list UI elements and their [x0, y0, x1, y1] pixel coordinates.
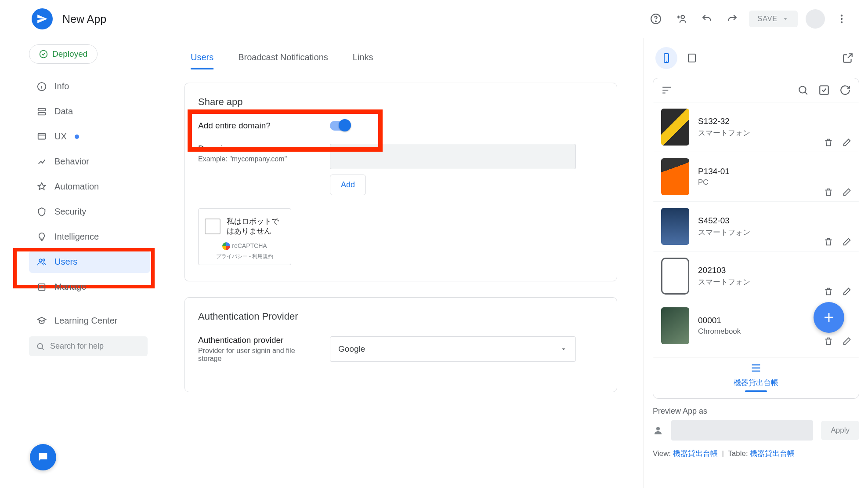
delete-icon[interactable]: [824, 187, 833, 197]
apply-button[interactable]: Apply: [821, 421, 859, 440]
refresh-icon[interactable]: [839, 84, 851, 96]
topbar-left: New App: [32, 8, 106, 29]
edit-icon[interactable]: [842, 237, 852, 247]
item-body: 202103スマートフォン: [698, 266, 750, 287]
search-help-input[interactable]: Search for help: [29, 336, 148, 356]
sidebar-item-security[interactable]: Security: [29, 200, 150, 223]
preview-header: [653, 47, 859, 69]
ux-icon: [37, 132, 47, 142]
item-code: S452-03: [698, 216, 750, 226]
item-type: スマートフォン: [698, 277, 750, 287]
domain-names-example: Example: "mycompany.com": [198, 155, 317, 163]
share-app-panel: Share app Add entire domain? Domain name…: [184, 83, 617, 281]
avatar[interactable]: [806, 9, 825, 29]
list-item[interactable]: S132-32スマートフォン: [653, 102, 859, 152]
sidebar-item-behavior[interactable]: Behavior: [29, 150, 150, 173]
sidebar-item-label: Security: [54, 207, 86, 217]
svg-rect-8: [38, 108, 46, 111]
add-user-icon[interactable]: [673, 10, 690, 28]
domain-input[interactable]: [330, 144, 576, 169]
svg-point-15: [37, 343, 43, 349]
delete-icon[interactable]: [824, 336, 833, 346]
auth-provider-select[interactable]: Google: [330, 336, 576, 362]
learning-icon: [37, 316, 47, 326]
recaptcha-terms: プライバシー - 利用規約: [205, 253, 285, 260]
open-external-icon[interactable]: [839, 49, 857, 67]
device-tablet-button[interactable]: [681, 47, 703, 69]
svg-rect-19: [820, 86, 828, 95]
item-body: 00001Chromebook: [698, 316, 741, 336]
preview-panel: S132-32スマートフォンP134-01PCS452-03スマートフォン202…: [644, 38, 868, 488]
delete-icon[interactable]: [824, 287, 833, 296]
list-item[interactable]: P134-01PC: [653, 152, 859, 201]
preview-as-label: Preview App as: [653, 407, 859, 416]
manage-icon: [37, 282, 47, 292]
item-thumbnail: [661, 158, 689, 195]
item-body: S452-03スマートフォン: [698, 216, 750, 237]
search-icon[interactable]: [797, 84, 809, 96]
svg-point-12: [43, 259, 45, 261]
auth-panel: Authentication Provider Authentication p…: [184, 297, 617, 392]
view-link[interactable]: 機器貸出台帳: [673, 449, 718, 458]
item-body: P134-01PC: [698, 167, 730, 187]
recaptcha-widget[interactable]: 私はロボットではありません reCAPTCHA プライバシー - 利用規約: [198, 208, 291, 265]
svg-point-1: [655, 21, 656, 22]
svg-point-14: [41, 286, 43, 288]
chevron-down-icon: [782, 15, 789, 22]
tab-broadcast[interactable]: Broadcast Notifications: [238, 47, 328, 69]
sidebar-item-learning[interactable]: Learning Center: [29, 310, 150, 332]
more-icon[interactable]: [833, 10, 850, 28]
edit-icon[interactable]: [842, 287, 852, 296]
add-fab[interactable]: [814, 302, 844, 333]
delete-icon[interactable]: [824, 138, 833, 147]
redo-icon[interactable]: [723, 10, 741, 28]
item-type: Chromebook: [698, 327, 741, 336]
lightbulb-icon: [37, 232, 47, 242]
edit-icon[interactable]: [842, 138, 852, 147]
tab-users[interactable]: Users: [191, 47, 213, 69]
svg-rect-13: [39, 284, 45, 290]
data-icon: [37, 107, 47, 117]
list-item[interactable]: 202103スマートフォン: [653, 251, 859, 301]
sort-icon[interactable]: [661, 84, 673, 96]
help-icon[interactable]: [647, 10, 665, 28]
device-phone-button[interactable]: [655, 47, 677, 69]
auth-label: Authentication provider Provider for use…: [198, 335, 317, 363]
tab-links[interactable]: Links: [353, 47, 373, 69]
add-domain-toggle[interactable]: [330, 121, 350, 131]
undo-icon[interactable]: [698, 10, 716, 28]
item-thumbnail: [661, 307, 689, 344]
sidebar-item-users[interactable]: Users: [29, 251, 150, 273]
svg-point-11: [39, 259, 42, 262]
bottom-tab-label[interactable]: 機器貸出台帳: [653, 378, 859, 388]
sidebar-item-ux[interactable]: UX: [29, 125, 150, 148]
edit-icon[interactable]: [842, 187, 852, 197]
app-name: New App: [62, 13, 106, 25]
sidebar-item-label: Data: [54, 106, 73, 117]
recaptcha-badge: reCAPTCHA: [205, 242, 285, 250]
panel-title: Authentication Provider: [198, 311, 604, 322]
chevron-down-icon: [560, 345, 568, 353]
chat-fab[interactable]: [30, 444, 56, 470]
sidebar-item-info[interactable]: Info: [29, 75, 150, 98]
item-thumbnail: [661, 208, 689, 245]
list-item[interactable]: S452-03スマートフォン: [653, 201, 859, 251]
save-button[interactable]: SAVE: [749, 11, 798, 27]
recaptcha-checkbox[interactable]: [205, 219, 221, 234]
edit-icon[interactable]: [842, 336, 852, 346]
topbar: New App SAVE: [0, 0, 868, 38]
deployed-status[interactable]: Deployed: [29, 44, 98, 64]
sidebar-item-manage[interactable]: Manage: [29, 276, 150, 298]
item-code: P134-01: [698, 167, 730, 176]
add-button[interactable]: Add: [330, 175, 366, 195]
item-thumbnail: [661, 109, 689, 146]
sidebar-item-data[interactable]: Data: [29, 100, 150, 123]
sidebar-item-automation[interactable]: Automation: [29, 175, 150, 198]
list-icon[interactable]: [750, 362, 762, 374]
delete-icon[interactable]: [824, 237, 833, 247]
checkbox-icon[interactable]: [818, 84, 830, 96]
table-link[interactable]: 機器貸出台帳: [750, 449, 795, 458]
sidebar-item-intelligence[interactable]: Intelligence: [29, 226, 150, 248]
preview-as-input[interactable]: [671, 420, 813, 441]
svg-point-3: [841, 15, 843, 16]
